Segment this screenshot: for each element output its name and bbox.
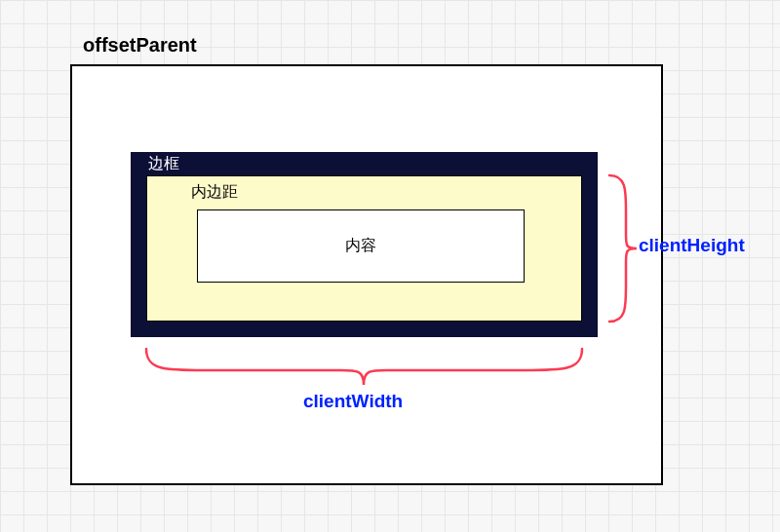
content-label: 内容 <box>345 236 376 256</box>
client-width-label: clientWidth <box>303 391 403 412</box>
content-box: 内容 <box>197 209 525 283</box>
client-height-label: clientHeight <box>639 235 745 256</box>
diagram-canvas: offsetParent 边框 内边距 内容 clientWidth clien… <box>0 0 780 532</box>
padding-label: 内边距 <box>191 182 238 203</box>
offset-parent-label: offsetParent <box>83 34 197 57</box>
border-label: 边框 <box>148 154 179 174</box>
